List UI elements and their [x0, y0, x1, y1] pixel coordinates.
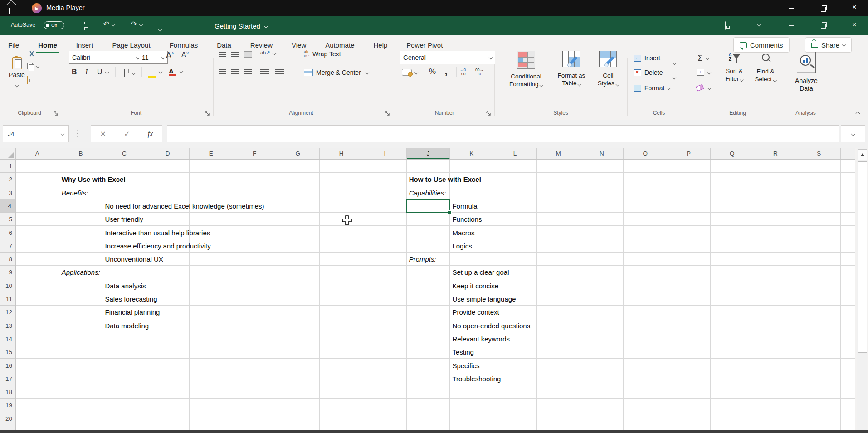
align-bottom-button[interactable] [244, 52, 252, 57]
font-color-button[interactable]: A [169, 67, 183, 75]
cell-K5[interactable]: Functions [450, 213, 482, 226]
row-header-3[interactable]: 3 [0, 186, 15, 199]
media-restore-button[interactable] [818, 4, 829, 15]
align-middle-button[interactable] [231, 52, 239, 57]
excel-close-button[interactable]: × [849, 20, 859, 30]
decrease-indent-button[interactable] [260, 69, 269, 74]
format-painter-button[interactable] [27, 76, 28, 84]
shrink-font-button[interactable]: A˅ [181, 51, 189, 59]
row-header-1[interactable]: 1 [0, 160, 15, 173]
row-header-16[interactable]: 16 [0, 359, 15, 372]
autosum-button[interactable]: Σ [697, 54, 709, 63]
formula-input[interactable] [167, 125, 839, 142]
row-header-21[interactable]: 21 [0, 425, 15, 430]
cell-B2[interactable]: Why Use with Excel [59, 173, 126, 186]
merge-center-button[interactable]: Merge & Center [304, 69, 369, 76]
cell-C13[interactable]: Data modeling [102, 319, 149, 332]
cell-B3[interactable]: Benefits: [59, 186, 88, 199]
column-header-M[interactable]: M [537, 148, 580, 159]
row-header-7[interactable]: 7 [0, 239, 15, 253]
column-header-L[interactable]: L [493, 148, 537, 159]
comma-style-button[interactable]: , [444, 63, 448, 78]
copy-button[interactable] [27, 63, 39, 69]
cell-B9[interactable]: Applications: [59, 266, 100, 279]
cell-J2[interactable]: How to Use with Excel [407, 173, 481, 186]
scrollbar-thumb[interactable] [858, 161, 867, 353]
formula-bar-splitter[interactable] [77, 130, 78, 137]
cell-K14[interactable]: Relevant keywords [450, 332, 510, 345]
cell-K12[interactable]: Provide context [450, 306, 499, 319]
column-header-E[interactable]: E [190, 148, 233, 159]
row-header-17[interactable]: 17 [0, 372, 15, 385]
column-header-R[interactable]: R [754, 148, 798, 159]
find-select-button[interactable]: Find & Select [750, 53, 781, 83]
fill-color-button[interactable] [148, 68, 162, 75]
tab-formulas[interactable]: Formulas [170, 41, 198, 49]
cut-button[interactable] [28, 51, 35, 58]
media-close-button[interactable]: × [849, 2, 860, 13]
column-header-F[interactable]: F [233, 148, 277, 159]
tab-help[interactable]: Help [373, 41, 387, 49]
align-top-button[interactable] [219, 52, 226, 57]
name-box[interactable]: J4 [3, 125, 69, 142]
row-header-18[interactable]: 18 [0, 385, 15, 399]
cell-K9[interactable]: Set up a clear goal [450, 266, 509, 279]
insert-chevron[interactable] [673, 58, 676, 66]
number-format-select[interactable]: General [400, 51, 495, 64]
cancel-icon[interactable]: ✕ [100, 130, 106, 138]
borders-button[interactable] [121, 69, 135, 77]
column-header-partial[interactable] [841, 148, 855, 159]
row-header-2[interactable]: 2 [0, 173, 15, 186]
autosave-toggle[interactable]: Off [44, 21, 64, 29]
home-icon[interactable] [9, 5, 10, 14]
column-header-J[interactable]: J [407, 148, 450, 159]
cell-K10[interactable]: Keep it concise [450, 279, 498, 292]
tab-file[interactable]: File [8, 41, 19, 49]
row-header-11[interactable]: 11 [0, 292, 15, 306]
cell-C10[interactable]: Data analysis [102, 279, 146, 292]
cell-J3[interactable]: Capabilities: [407, 186, 446, 199]
cell-C11[interactable]: Sales forecasting [102, 292, 157, 306]
cell-C6[interactable]: Interactive than usual help libraries [102, 226, 210, 239]
cell-C12[interactable]: Financial planning [102, 306, 160, 319]
align-right-button[interactable] [244, 69, 252, 74]
document-title-button[interactable]: Getting Started [215, 16, 268, 35]
cell-K4[interactable]: Formula [450, 199, 477, 213]
column-header-S[interactable]: S [797, 148, 841, 159]
quick-access-more-button[interactable] [159, 23, 161, 33]
alignment-dialog-launcher[interactable] [385, 110, 390, 115]
clear-button[interactable] [697, 85, 711, 90]
column-header-Q[interactable]: Q [711, 148, 754, 159]
paste-button[interactable]: Paste [6, 49, 27, 88]
column-header-I[interactable]: I [363, 148, 407, 159]
fill-handle[interactable] [448, 210, 452, 214]
format-cells-button[interactable]: Format [634, 84, 670, 92]
insert-function-icon[interactable]: fx [148, 130, 153, 138]
cell-styles-button[interactable]: Cell Styles [592, 51, 624, 87]
collapse-ribbon-button[interactable] [856, 109, 859, 117]
share-button[interactable]: Share [805, 37, 852, 53]
row-header-4[interactable]: 4 [0, 199, 15, 213]
font-name-select[interactable]: Calibri [69, 51, 142, 64]
tab-power-pivot[interactable]: Power Pivot [406, 41, 443, 49]
increase-decimal-button[interactable]: ←0.00 [460, 68, 466, 76]
cell-K16[interactable]: Specifics [450, 359, 479, 372]
column-header-G[interactable]: G [276, 148, 320, 159]
sheet-grid[interactable]: Why Use with ExcelBenefits:No need for a… [16, 160, 855, 430]
format-as-table-button[interactable]: Format as Table [551, 51, 591, 87]
align-left-button[interactable] [219, 69, 226, 74]
scroll-up-button[interactable] [858, 149, 867, 160]
cell-K11[interactable]: Use simple language [450, 292, 516, 306]
decrease-decimal-button[interactable]: 00→.0 [475, 68, 483, 76]
undo-button[interactable]: ↶ [103, 20, 115, 28]
wrap-text-button[interactable]: abc↩ Wrap Text [304, 50, 341, 58]
tab-page-layout[interactable]: Page Layout [112, 41, 150, 49]
tab-review[interactable]: Review [250, 41, 273, 49]
comments-button[interactable]: Comments [733, 37, 790, 53]
expand-formula-bar-button[interactable] [841, 125, 865, 142]
clipboard-dialog-launcher[interactable] [54, 110, 59, 115]
grow-font-button[interactable]: A˄ [166, 51, 174, 60]
italic-button[interactable]: I [85, 68, 88, 76]
delete-cells-button[interactable]: ✕ Delete [634, 69, 663, 76]
tab-home[interactable]: Home [38, 41, 57, 49]
